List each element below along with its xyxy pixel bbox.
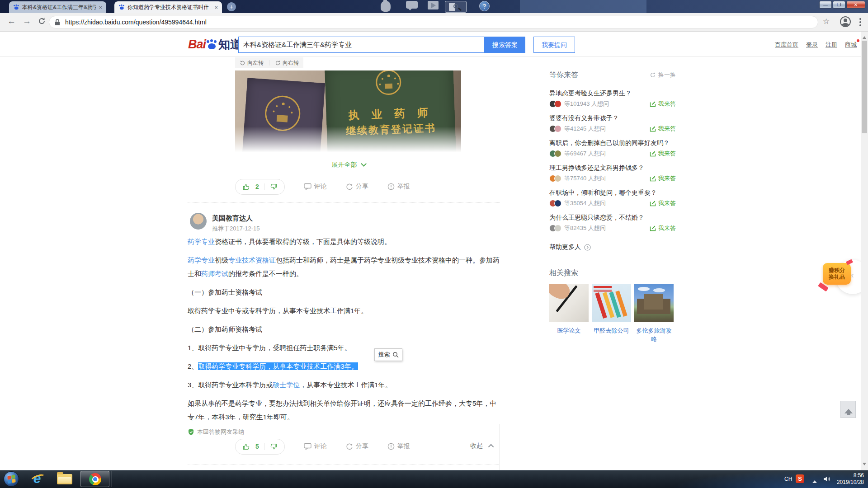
baidu-zhidao-logo[interactable]: Bai 知道: [188, 37, 242, 52]
question-title[interactable]: 在职场中，倾听和提问，哪个更重要？: [549, 188, 676, 197]
inline-link[interactable]: 药学专业: [188, 238, 215, 245]
send-document-icon[interactable]: [428, 1, 439, 9]
answer-cta-button[interactable]: 我来答: [650, 125, 676, 133]
question-title[interactable]: 为什么王思聪只谈恋爱，不结婚？: [549, 212, 676, 222]
answer-cta-button[interactable]: 我来答: [650, 224, 676, 232]
language-indicator[interactable]: CH: [784, 476, 792, 482]
taskbar-clock[interactable]: 8:56 2019/10/28: [834, 472, 864, 486]
collapse-link[interactable]: 收起: [470, 442, 494, 450]
rotate-left-button[interactable]: 向左转: [240, 59, 264, 67]
link-register[interactable]: 注册: [826, 41, 837, 49]
refresh-questions-button[interactable]: 换一换: [650, 71, 676, 79]
scrollbar-thumb[interactable]: [862, 41, 867, 133]
bookmark-star-icon[interactable]: ☆: [823, 17, 830, 26]
browser-tab-2[interactable]: 你知道药学专业技术资格证书叫什 ×: [114, 1, 222, 13]
browser-toolbar: ← → ☆: [0, 13, 868, 32]
rotate-right-button[interactable]: 向右转: [275, 59, 299, 67]
search-answers-button[interactable]: 搜索答案: [485, 37, 525, 53]
answer-photo[interactable]: 中 华 人 民 共 和 国 执 业 药 师 继续教育登记证书: [235, 70, 461, 155]
question-title[interactable]: 理工男挣钱多还是文科男挣钱多？: [549, 163, 676, 173]
report-button[interactable]: 举报: [387, 183, 410, 191]
scroll-down-arrow-icon[interactable]: [863, 463, 866, 467]
chat-tool-icon[interactable]: [406, 1, 418, 9]
back-icon[interactable]: ←: [7, 16, 16, 26]
report-button[interactable]: 举报: [387, 442, 410, 450]
hand-tool-icon[interactable]: [381, 1, 391, 12]
tab-close-icon[interactable]: ×: [214, 5, 218, 10]
menu-dots-icon[interactable]: [859, 18, 861, 20]
share-button[interactable]: 分享: [346, 442, 368, 450]
inline-link[interactable]: 药师考试: [201, 270, 228, 277]
new-tab-button[interactable]: +: [227, 2, 236, 11]
link-mall[interactable]: 商城: [845, 41, 857, 49]
edit-pencil-icon: [650, 126, 656, 132]
author-avatar[interactable]: [190, 213, 207, 230]
text-segment: ，从事本专业技术工作满1年。: [300, 381, 392, 389]
question-title[interactable]: 婆婆有没有义务带孩子？: [549, 113, 676, 123]
answer-actionbar-bottom: 5 评论 分享 举报: [235, 438, 410, 455]
expand-all-link[interactable]: 展开全部: [235, 161, 461, 169]
related-search-item[interactable]: 多伦多旅游攻略: [634, 284, 674, 343]
thumb-down-icon[interactable]: [269, 183, 277, 191]
answer-cta-button[interactable]: 我来答: [650, 174, 676, 183]
tray-expand-icon[interactable]: [812, 478, 817, 483]
thumb-up-icon[interactable]: [243, 183, 250, 191]
file-explorer-icon[interactable]: [57, 474, 72, 484]
selection-search-popup[interactable]: 搜索: [374, 348, 402, 361]
help-more-link[interactable]: 帮助更多人: [549, 242, 676, 252]
inline-link[interactable]: 药学专业: [188, 256, 215, 264]
asker-count: 等101943 人想问: [564, 100, 647, 108]
chevron-up-icon: [488, 444, 494, 450]
answer-cta-button[interactable]: 我来答: [650, 199, 676, 207]
help-icon[interactable]: ?: [479, 1, 490, 11]
scroll-up-arrow-icon[interactable]: [863, 34, 866, 39]
comment-button[interactable]: 评论: [304, 442, 327, 450]
comment-button[interactable]: 评论: [304, 183, 327, 191]
question-title[interactable]: 离职后，你会删掉自己以前的同事好友吗？: [549, 138, 676, 148]
link-baidu-home[interactable]: 百度首页: [775, 41, 798, 49]
avatar: [554, 200, 561, 207]
tab-title: 你知道药学专业技术资格证书叫什: [127, 4, 212, 11]
restore-button[interactable]: ❐: [833, 1, 845, 9]
refresh-icon: [650, 72, 656, 78]
ask-question-button[interactable]: 我要提问: [533, 37, 575, 53]
thumb-up-icon[interactable]: [243, 443, 250, 450]
question-title[interactable]: 异地恋更考验女生还是男生？: [549, 88, 676, 98]
start-button[interactable]: [4, 471, 19, 487]
answer-cta-button[interactable]: 我来答: [650, 100, 676, 108]
page-scrollbar[interactable]: [861, 32, 868, 470]
inline-link[interactable]: 专业技术资格证: [228, 256, 276, 264]
chrome-taskbar-button[interactable]: [80, 471, 109, 487]
omnibox[interactable]: [49, 16, 818, 28]
url-input[interactable]: [64, 18, 812, 26]
related-thumbnail[interactable]: [549, 284, 589, 322]
question-search-input[interactable]: [238, 37, 485, 53]
related-label[interactable]: 多伦多旅游攻略: [634, 326, 674, 343]
internet-explorer-icon[interactable]: e: [30, 472, 44, 486]
related-thumbnail[interactable]: [634, 284, 674, 322]
volume-icon[interactable]: [823, 475, 830, 484]
author-name[interactable]: 美国教育达人: [212, 214, 253, 223]
related-label[interactable]: 医学论文: [549, 326, 589, 335]
browser-tab-1[interactable]: 本科&资格证&工作满三年&药学 ×: [9, 1, 106, 13]
forward-icon[interactable]: →: [23, 16, 31, 26]
link-login[interactable]: 登录: [806, 41, 818, 49]
divider: [264, 443, 264, 450]
profile-icon[interactable]: [840, 16, 851, 27]
related-search-item[interactable]: 医学论文: [549, 284, 589, 343]
answer-cta-button[interactable]: 我来答: [650, 150, 676, 158]
related-label[interactable]: 甲醛去除公司: [592, 326, 631, 335]
sogou-input-icon[interactable]: S: [796, 474, 804, 483]
tab-close-icon[interactable]: ×: [99, 5, 102, 10]
thumb-down-icon[interactable]: [269, 443, 277, 450]
reload-icon[interactable]: [38, 17, 46, 27]
close-button[interactable]: ✕: [846, 1, 865, 9]
search-document-icon[interactable]: [445, 1, 467, 13]
related-thumbnail[interactable]: [592, 284, 631, 322]
share-button[interactable]: 分享: [346, 183, 368, 191]
inline-link[interactable]: 硕士学位: [273, 381, 300, 389]
related-search-item[interactable]: 甲醛去除公司: [592, 284, 631, 343]
points-gift-badge[interactable]: 赚积分换礼品: [823, 263, 851, 285]
back-to-top-button[interactable]: [840, 401, 856, 418]
minimize-button[interactable]: —: [819, 1, 832, 9]
